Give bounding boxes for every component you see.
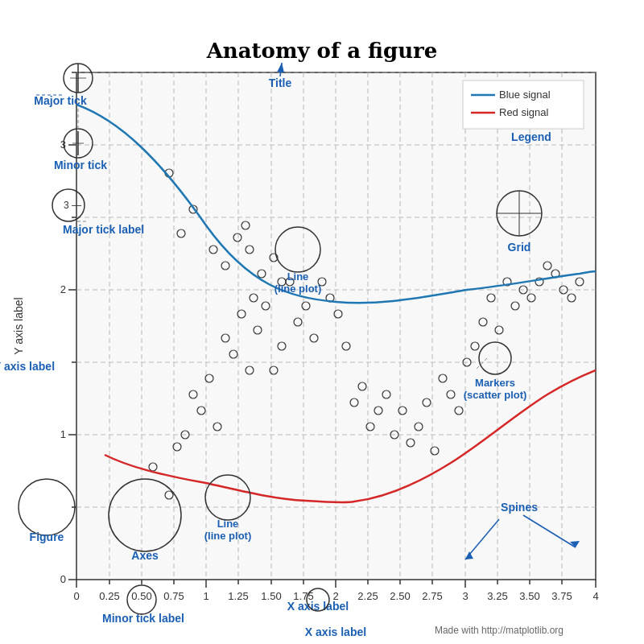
svg-text:0.75: 0.75: [163, 590, 184, 602]
svg-text:0: 0: [73, 590, 79, 602]
svg-text:1.25: 1.25: [228, 590, 248, 602]
figure-annotation-label: Figure: [30, 530, 64, 543]
line-annotation-upper: Line: [287, 270, 309, 283]
markers-annotation-2: (scatter plot): [464, 389, 527, 401]
title-annotation: Title: [269, 76, 292, 89]
axes-annotation-label: Axes: [131, 549, 159, 562]
line-annotation-lower-2: (line plot): [204, 530, 252, 542]
svg-text:0: 0: [60, 573, 66, 585]
legend-red-label: Red signal: [499, 106, 549, 118]
legend-label-text: Legend: [511, 130, 551, 143]
spines-annotation-label: Spines: [501, 501, 538, 514]
svg-text:3: 3: [462, 590, 468, 602]
line-annotation-upper-2: (line plot): [275, 283, 322, 295]
figure-container: Anatomy of a figure: [0, 0, 644, 644]
made-with-text: Made with http://matplotlib.org: [435, 625, 564, 636]
chart-title: Anatomy of a figure: [206, 39, 438, 63]
svg-text:3.50: 3.50: [519, 590, 539, 602]
svg-text:3.25: 3.25: [487, 590, 507, 602]
markers-annotation-1: Markers: [475, 377, 515, 389]
svg-text:0.50: 0.50: [131, 590, 151, 602]
grid-annotation-label: Grid: [508, 241, 531, 254]
svg-text:1.50: 1.50: [261, 590, 281, 602]
major-tick-number: 3 —: [64, 200, 81, 211]
svg-text:1: 1: [60, 428, 66, 440]
legend-blue-label: Blue signal: [499, 89, 551, 101]
y-axis-label: Y axis label: [12, 297, 25, 354]
svg-text:2.75: 2.75: [422, 590, 442, 602]
line-annotation-lower-1: Line: [217, 518, 239, 530]
y-axis-label-annotation: Y axis label: [0, 360, 55, 373]
major-tick-label-annotation: Major tick label: [63, 223, 144, 236]
svg-text:2: 2: [60, 283, 66, 295]
x-axis-label-annotation: X axis label: [305, 625, 366, 638]
svg-text:1: 1: [203, 590, 208, 602]
major-tick-label-text: Major tick: [34, 94, 87, 107]
legend-box: [463, 80, 584, 129]
svg-text:2.25: 2.25: [357, 590, 378, 602]
svg-text:0.25: 0.25: [99, 590, 119, 602]
minor-tick-label-text: Minor tick: [54, 159, 107, 171]
svg-text:4: 4: [592, 590, 598, 602]
svg-text:2.50: 2.50: [390, 590, 410, 602]
svg-text:3.75: 3.75: [551, 590, 572, 602]
